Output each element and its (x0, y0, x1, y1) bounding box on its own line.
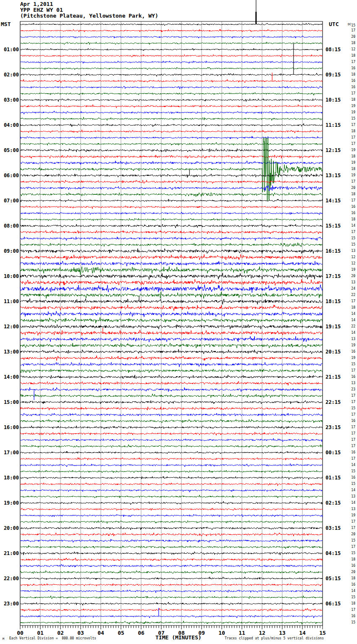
x-tick-label: 03 (75, 630, 87, 636)
seismo-trace-row-1 (20, 29, 323, 32)
title-date: Apr 1,2011 (20, 1, 53, 7)
seismo-trace-row-35 (20, 243, 323, 247)
seismo-trace-row-80 (20, 526, 323, 530)
dc-offset-value: 19 (342, 104, 355, 108)
seismo-trace-row-45 (20, 305, 323, 311)
dc-offset-value: 17 (342, 60, 355, 64)
x-tick-label: 06 (135, 630, 147, 636)
dc-offset-value: 15 (342, 482, 355, 486)
x-tick-label: 00 (14, 630, 26, 636)
dc-offset-value: 16 (342, 564, 355, 568)
seismo-trace-row-61 (20, 407, 323, 411)
dc-offset-value: 17 (342, 413, 355, 417)
dc-offset-value: 17 (342, 432, 355, 436)
seismo-trace-row-33 (20, 230, 323, 234)
right-timezone-header: UTC (329, 21, 339, 27)
seismo-trace-row-67 (20, 445, 323, 448)
seismo-trace-row-56 (20, 375, 323, 379)
dc-offset-value: 18 (342, 98, 355, 102)
dc-offset-value: 15 (342, 595, 355, 599)
dc-offset-value: 17 (342, 136, 355, 140)
seismo-trace-row-55 (20, 369, 323, 373)
dc-offset-value: 16 (342, 205, 355, 209)
seismo-trace-row-93 (20, 608, 323, 611)
seismo-trace-row-28 (20, 199, 323, 202)
dc-offset-value: 13 (342, 381, 355, 385)
scale-note: Each Vertical Division = 800.00 microvol… (9, 636, 96, 640)
dc-offset-value: 15 (342, 469, 355, 474)
seismo-trace-row-13 (20, 105, 323, 108)
seismo-trace-row-41 (20, 279, 323, 285)
seismo-trace-row-86 (20, 564, 323, 567)
helicorder-plot-canvas (0, 0, 357, 644)
dc-offset-value: 19 (342, 110, 355, 115)
dc-offset-value: 12 (342, 47, 355, 52)
title-location: (Pitchstone Plateau, Yellowstone Park, W… (20, 13, 158, 19)
dc-offset-value: 24 (342, 287, 355, 291)
mst-hour-label: 12:00 (0, 324, 19, 330)
seismo-trace-row-43 (20, 292, 323, 298)
dc-offset-value: 22 (342, 293, 355, 297)
dc-offset-value: 18 (342, 558, 355, 562)
seismo-trace-row-26 (20, 186, 323, 191)
seismo-trace-row-87 (20, 571, 323, 574)
dc-offset-value: 17 (342, 369, 355, 373)
seismo-trace-row-14 (20, 111, 323, 114)
dc-offset-value: 17 (342, 180, 355, 184)
x-tick-label: 05 (115, 630, 127, 636)
seismo-trace-row-10 (20, 86, 323, 89)
mst-hour-label: 08:00 (0, 223, 19, 229)
dc-offset-value: 20 (342, 186, 355, 190)
seismo-trace-row-85 (20, 558, 323, 561)
seismo-trace-row-46 (20, 311, 323, 317)
seismo-trace-row-42 (20, 285, 323, 293)
seismo-trace-row-68 (20, 451, 323, 454)
seismo-trace-row-23 (20, 138, 323, 201)
dc-offset-value: 13 (342, 280, 355, 285)
dc-offset-value: 18 (342, 167, 355, 171)
seismo-trace-row-0 (20, 23, 323, 26)
x-tick-label: 02 (55, 630, 66, 636)
dc-offset-value: 16 (342, 583, 355, 587)
dc-offset-value: 14 (342, 224, 355, 228)
dc-offset-value: 17 (342, 199, 355, 203)
seismo-trace-row-32 (20, 224, 323, 228)
seismo-trace-row-3 (20, 42, 323, 45)
seismo-trace-row-84 (20, 552, 323, 555)
x-tick-label: 04 (95, 630, 107, 636)
dc-offset-value: 18 (342, 41, 355, 45)
dc-offset-value: 19 (342, 268, 355, 272)
x-tick-label: 11 (236, 630, 248, 636)
mst-hour-label: 14:00 (0, 374, 19, 380)
mst-hour-label: 16:00 (0, 424, 19, 430)
mst-hour-label: 07:00 (0, 198, 19, 204)
dc-offset-value: 16 (342, 419, 355, 423)
seismo-trace-row-22 (20, 161, 323, 165)
dc-offset-value: 15 (342, 362, 355, 367)
mst-hour-label: 04:00 (0, 122, 19, 128)
dc-offset-value: DC15 (342, 22, 355, 28)
seismo-trace-row-47 (20, 317, 323, 323)
mst-hour-label: 17:00 (0, 450, 19, 456)
seismo-trace-row-59 (20, 394, 323, 398)
seismo-trace-row-39 (20, 267, 323, 275)
dc-offset-value: 14 (342, 331, 355, 335)
dc-offset-value: 17 (342, 299, 355, 304)
seismo-trace-row-40 (20, 273, 323, 280)
dc-offset-value: 22 (342, 325, 355, 329)
seismo-trace-row-71 (20, 470, 323, 473)
seismo-trace-row-16 (20, 123, 323, 127)
mst-hour-label: 06:00 (0, 173, 19, 178)
seismo-trace-row-77 (20, 508, 323, 510)
dc-offset-value: 17 (342, 520, 355, 524)
dc-offset-value: 14 (342, 318, 355, 322)
mst-hour-label: 10:00 (0, 273, 19, 279)
seismo-trace-row-18 (20, 136, 323, 139)
seismo-trace-row-38 (20, 261, 323, 266)
dc-offset-value: 16 (342, 85, 355, 89)
seismo-trace-row-4 (20, 48, 323, 51)
x-tick-label: 15 (317, 630, 328, 636)
mst-hour-label: 01:00 (0, 47, 19, 52)
dc-offset-value: 18 (342, 217, 355, 222)
seismo-trace-row-69 (20, 458, 323, 460)
